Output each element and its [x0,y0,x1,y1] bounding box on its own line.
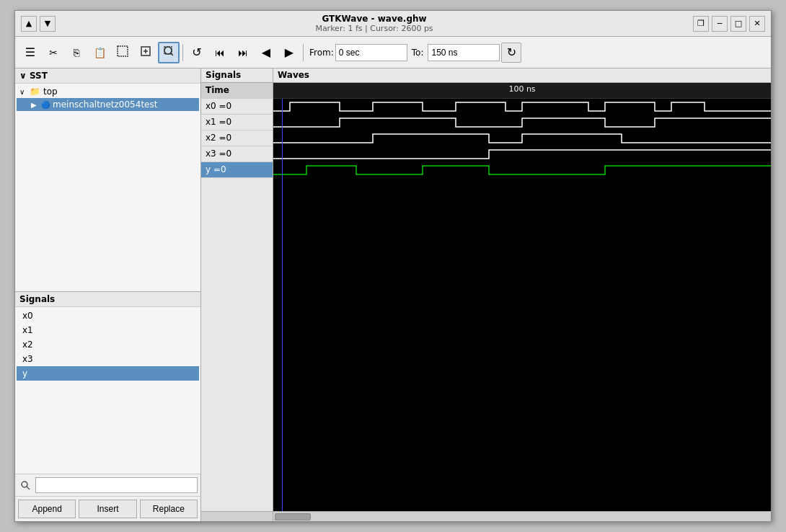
separator-1 [182,44,183,61]
left-panel: ∨ SST ∨ 📁 top ▶ 🔵 meinschaltnetz0054test [15,68,201,521]
sst-header: ∨ SST [15,68,200,84]
tree-toggle-top: ∨ [19,88,28,96]
time-marker-100ns: 100 ns [508,84,535,94]
signals-section-header: Signals [15,292,200,307]
signal-item-x1[interactable]: x1 [17,323,199,337]
step-forward-icon: ▶ [285,45,293,59]
time-row-label: Time [201,83,273,99]
window-title: GTKWave - wave.ghw [322,14,426,24]
toolbar: ☰ ✂ ⎘ 📋 [15,37,771,68]
signals-section: Signals x0 x1 x2 x3 y [15,292,200,521]
undo-icon: ↺ [192,45,201,59]
sst-collapse-icon[interactable]: ∨ [19,71,30,81]
to-label: To: [412,48,424,58]
step-back-button[interactable]: ◀ [255,42,277,63]
window-subtitle: Marker: 1 fs | Cursor: 2600 ps [315,24,433,33]
signal-names-column: Time x0 =0 x1 =0 x2 =0 x3 =0 y =0 [201,83,273,511]
wave-canvas[interactable] [273,99,771,511]
menu-button[interactable]: ☰ [19,42,41,63]
waves-header-row: Signals Waves [201,68,771,83]
sst-tree[interactable]: ∨ 📁 top ▶ 🔵 meinschaltnetz0054test [15,84,200,291]
maximize-button[interactable]: □ [730,16,746,32]
tree-toggle-component: ▶ [31,101,40,109]
right-panel: Signals Waves Time x0 =0 x1 =0 x2 =0 x3 … [201,68,771,521]
signal-item-x0[interactable]: x0 [17,309,199,323]
copy-icon: ⎘ [74,47,79,58]
x2-row-label: x2 =0 [201,130,273,146]
tree-item-component[interactable]: ▶ 🔵 meinschaltnetz0054test [17,98,199,111]
down-arrow-btn[interactable]: ▼ [40,16,56,32]
goto-start-button[interactable]: ⏮ [209,42,231,63]
zoom-select-button[interactable] [158,42,180,63]
goto-start-icon: ⏮ [215,47,225,58]
tree-label-top: top [43,87,58,97]
copy-button[interactable]: ⎘ [66,42,87,63]
refresh-icon: ↻ [507,45,516,59]
h-scrollbar-area [201,511,771,521]
wave-h-scrollbar[interactable] [273,512,771,521]
svg-rect-0 [118,46,128,56]
titlebar: ▲ ▼ GTKWave - wave.ghw Marker: 1 fs | Cu… [15,11,771,37]
restore-button[interactable]: ❐ [693,16,709,32]
titlebar-controls: ❐ ─ □ ✕ [693,16,765,32]
cut-icon: ✂ [49,47,58,58]
signal-item-x2[interactable]: x2 [17,337,199,352]
hamburger-icon: ☰ [25,45,35,59]
zoom-select-icon [163,45,175,59]
tree-label-component: meinschaltnetz0054test [53,99,157,110]
fast-forward-icon: ⏭ [238,47,248,58]
signals-list: x0 x1 x2 x3 y [15,307,200,474]
signal-item-x3[interactable]: x3 [17,352,199,366]
x0-row-label: x0 =0 [201,99,273,115]
svg-line-8 [27,487,30,489]
select-all-icon [117,45,128,59]
search-icon [18,478,32,492]
from-input[interactable] [335,44,407,61]
undo-button[interactable]: ↺ [186,42,208,63]
to-input[interactable] [428,44,500,61]
cut-button[interactable]: ✂ [43,42,64,63]
svg-line-6 [171,53,173,56]
zoom-fit-icon [140,45,151,59]
fast-forward-button[interactable]: ⏭ [232,42,254,63]
up-arrow-btn[interactable]: ▲ [21,16,37,32]
append-button[interactable]: Append [18,500,76,518]
x1-row-label: x1 =0 [201,115,273,130]
x3-row-label: x3 =0 [201,146,273,162]
waveform-rows[interactable] [273,99,771,511]
time-ruler: 100 ns [273,83,771,99]
main-area: ∨ SST ∨ 📁 top ▶ 🔵 meinschaltnetz0054test [15,68,771,521]
waveform-area: Time x0 =0 x1 =0 x2 =0 x3 =0 y =0 100 ns [201,83,771,511]
tree-item-top[interactable]: ∨ 📁 top [17,85,199,98]
h-scroll-thumb[interactable] [275,513,311,520]
titlebar-center: GTKWave - wave.ghw Marker: 1 fs | Cursor… [56,14,693,33]
paste-icon: 📋 [94,47,106,58]
refresh-button[interactable]: ↻ [501,43,521,63]
signal-names-scroll [201,512,273,521]
signals-action-buttons: Append Insert Replace [15,496,200,521]
sst-section: ∨ SST ∨ 📁 top ▶ 🔵 meinschaltnetz0054test [15,68,200,292]
waveform-canvas-wrapper[interactable]: 100 ns [273,83,771,511]
waves-column-header: Waves [273,68,771,82]
insert-button[interactable]: Insert [79,500,136,518]
paste-button[interactable]: 📋 [89,42,110,63]
component-icon: 🔵 [41,101,50,109]
separator-2 [303,44,304,61]
signals-column-header: Signals [201,68,273,82]
from-label: From: [309,48,334,58]
step-forward-button[interactable]: ▶ [278,42,300,63]
signal-search-input[interactable] [35,477,198,493]
select-all-button[interactable] [112,42,133,63]
replace-button[interactable]: Replace [140,500,198,518]
folder-icon: 📁 [30,87,40,97]
close-button[interactable]: ✕ [749,16,765,32]
step-back-icon: ◀ [262,45,270,59]
sst-title: SST [30,71,48,81]
minimize-button[interactable]: ─ [712,16,728,32]
svg-point-5 [164,47,172,54]
search-bar [15,474,200,496]
signal-item-y[interactable]: y [17,366,199,381]
svg-point-7 [22,482,27,487]
titlebar-arrows: ▲ ▼ [21,16,56,32]
zoom-fit-button[interactable] [135,42,156,63]
